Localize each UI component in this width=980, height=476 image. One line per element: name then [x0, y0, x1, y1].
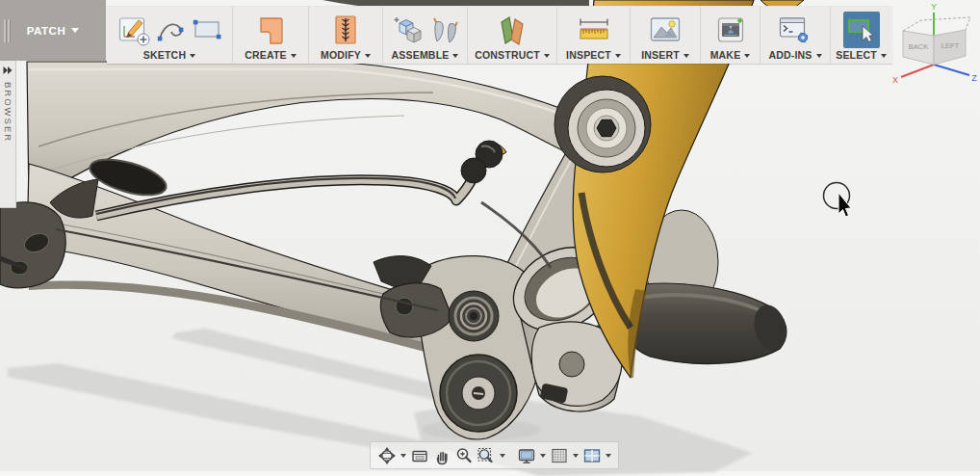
- toolbar-group-sketch: SKETCH: [107, 7, 233, 64]
- zoom-window-icon[interactable]: [476, 444, 497, 467]
- floor-edge: [0, 471, 980, 476]
- select-menu[interactable]: SELECT: [836, 50, 887, 61]
- toolbar-group-make: MAKE: [701, 7, 761, 64]
- create-menu[interactable]: CREATE: [245, 50, 297, 61]
- workspace-switcher[interactable]: PATCH: [0, 0, 106, 61]
- viewcube-left-label[interactable]: LEFT: [941, 41, 960, 50]
- toolbar-group-select: SELECT: [831, 7, 891, 64]
- assemble-menu[interactable]: ASSEMBLE: [392, 50, 459, 61]
- orbit-icon[interactable]: [376, 444, 398, 467]
- viewport-canvas[interactable]: BACK LEFT X Y Z: [0, 0, 980, 476]
- axis-x-label: X: [892, 75, 898, 85]
- dropdown-arrow-icon: [365, 54, 371, 58]
- inspect-menu-label: INSPECT: [566, 50, 611, 61]
- pan-icon[interactable]: [431, 444, 452, 467]
- sketch-menu-label: SKETCH: [143, 50, 186, 61]
- create-menu-label: CREATE: [245, 50, 287, 61]
- toolbar-grip-handle[interactable]: [4, 19, 11, 42]
- select-menu-label: SELECT: [836, 50, 877, 61]
- double-chevron-right-icon[interactable]: [2, 66, 13, 75]
- orbit-dropdown-arrow-icon[interactable]: [400, 454, 406, 458]
- dropdown-arrow-icon: [71, 28, 79, 33]
- dropdown-arrow-icon: [190, 54, 195, 58]
- axis-y-label: Y: [931, 2, 937, 12]
- zoom-icon[interactable]: [453, 444, 475, 467]
- workspace-label: PATCH: [27, 25, 65, 37]
- grid-and-snaps-icon[interactable]: [549, 444, 570, 467]
- patch-surface-icon[interactable]: [254, 13, 287, 46]
- insert-menu-label: INSERT: [641, 50, 680, 61]
- display-settings-dropdown-arrow-icon[interactable]: [540, 454, 546, 458]
- zoom-window-dropdown-arrow-icon[interactable]: [500, 454, 505, 458]
- stitch-icon[interactable]: [330, 13, 361, 46]
- viewports-icon[interactable]: [581, 444, 603, 467]
- navigation-toolbar: [370, 441, 619, 469]
- display-settings-icon[interactable]: [516, 444, 537, 467]
- viewcube-back-label[interactable]: BACK: [909, 42, 928, 51]
- axis-z-label: Z: [971, 73, 977, 83]
- dropdown-arrow-icon: [881, 54, 887, 58]
- make-menu-label: MAKE: [710, 50, 741, 61]
- two-point-rectangle-icon[interactable]: [193, 16, 221, 43]
- lower-idler-pulley: [440, 355, 517, 432]
- browser-panel-collapsed[interactable]: BROWSER: [0, 61, 16, 208]
- toolbar-group-modify: MODIFY: [309, 7, 383, 64]
- upper-idler-pulley: [449, 291, 499, 341]
- dropdown-arrow-icon: [683, 54, 689, 58]
- modify-menu-label: MODIFY: [321, 50, 361, 61]
- insert-image-icon[interactable]: [649, 15, 682, 44]
- dropdown-arrow-icon: [816, 54, 822, 58]
- assemble-menu-label: ASSEMBLE: [392, 50, 450, 61]
- dropdown-arrow-icon: [615, 54, 621, 58]
- main-toolbar: SKETCH CREATE MODIFY: [107, 6, 892, 64]
- construction-plane-icon[interactable]: [496, 13, 529, 46]
- browser-panel-label: BROWSER: [3, 82, 13, 143]
- sketch-menu[interactable]: SKETCH: [143, 50, 195, 61]
- addins-menu-label: ADD-INS: [768, 50, 812, 61]
- look-at-icon[interactable]: [409, 444, 430, 467]
- modify-menu[interactable]: MODIFY: [321, 50, 371, 61]
- grid-dropdown-arrow-icon[interactable]: [573, 454, 579, 458]
- construct-menu[interactable]: CONSTRUCT: [475, 50, 550, 61]
- viewports-dropdown-arrow-icon[interactable]: [606, 454, 611, 458]
- 3d-print-icon[interactable]: [715, 14, 746, 45]
- dropdown-arrow-icon: [452, 54, 458, 58]
- dropdown-arrow-icon: [544, 54, 550, 58]
- select-window-icon[interactable]: [843, 12, 880, 48]
- toolbar-group-insert: INSERT: [631, 7, 701, 64]
- dropdown-arrow-icon: [744, 54, 750, 58]
- construct-menu-label: CONSTRUCT: [475, 50, 540, 61]
- inspect-menu[interactable]: INSPECT: [566, 50, 621, 61]
- toolbar-group-assemble: ASSEMBLE: [383, 7, 468, 64]
- toolbar-group-construct: CONSTRUCT: [468, 7, 557, 64]
- create-sketch-icon[interactable]: [117, 13, 150, 47]
- addins-menu[interactable]: ADD-INS: [768, 50, 821, 61]
- toolbar-group-addins: ADD-INS: [761, 7, 831, 64]
- toolbar-group-inspect: INSPECT: [557, 7, 631, 64]
- dropdown-arrow-icon: [291, 54, 297, 58]
- scripts-and-add-ins-icon[interactable]: [778, 14, 812, 45]
- new-component-icon[interactable]: [391, 14, 424, 45]
- make-menu[interactable]: MAKE: [710, 50, 751, 61]
- insert-menu[interactable]: INSERT: [641, 50, 689, 61]
- main-pivot-bolt: [554, 76, 651, 172]
- toolbar-group-create: CREATE: [233, 7, 309, 64]
- joint-icon[interactable]: [430, 14, 459, 45]
- measure-icon[interactable]: [577, 15, 611, 44]
- fit-point-spline-icon[interactable]: [157, 15, 186, 44]
